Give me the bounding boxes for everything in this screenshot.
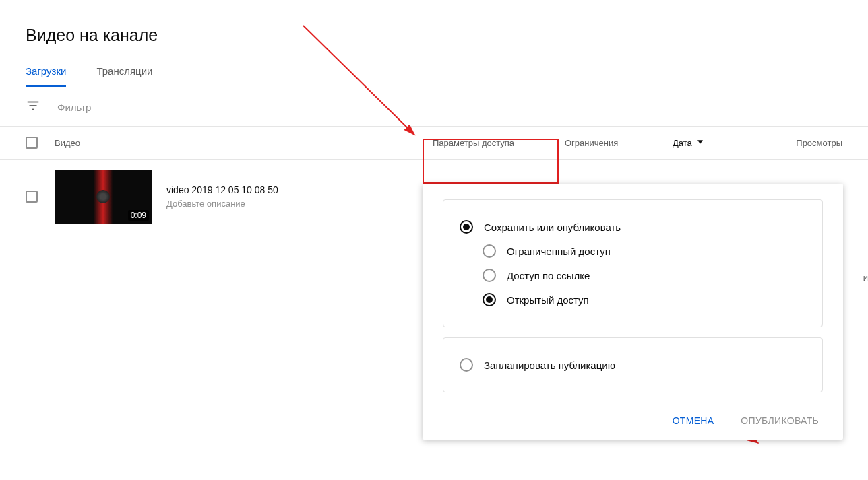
thumbnail-graphic [96,190,110,203]
video-description-placeholder[interactable]: Добавьте описание [166,199,278,209]
radio-save-or-publish[interactable]: Сохранить или опубликовать [460,215,806,239]
column-access[interactable]: Параметры доступа [433,138,514,148]
visibility-section-schedule: Запланировать публикацию [443,337,823,392]
column-views[interactable]: Просмотры [796,138,842,148]
filter-bar [0,88,868,127]
column-date[interactable]: Дата [673,137,706,149]
radio-label-schedule: Запланировать публикацию [484,359,615,371]
video-text-block: video 2019 12 05 10 08 50 Добавьте описа… [166,184,278,209]
radio-unlisted[interactable]: Доступ по ссылке [460,263,806,287]
column-video[interactable]: Видео [55,138,80,148]
tabs: Загрузки Трансляции [0,45,868,88]
tab-live[interactable]: Трансляции [96,65,152,87]
radio-icon [483,293,496,306]
radio-label-save-publish: Сохранить или опубликовать [484,221,621,233]
tab-uploads[interactable]: Загрузки [26,65,66,87]
radio-icon [460,220,473,234]
panel-actions: ОТМЕНА ОПУБЛИКОВАТЬ [423,403,843,440]
page-title: Видео на канале [0,0,868,45]
visibility-dropdown: Сохранить или опубликовать Ограниченный … [423,184,843,440]
column-date-label: Дата [673,138,692,148]
radio-private[interactable]: Ограниченный доступ [460,239,806,263]
radio-label-unlisted: Доступ по ссылке [507,270,590,281]
radio-icon [483,269,496,282]
publish-button[interactable]: ОПУБЛИКОВАТЬ [734,411,826,430]
video-title[interactable]: video 2019 12 05 10 08 50 [166,184,278,195]
radio-label-public: Открытый доступ [507,294,589,306]
duration-badge: 0:09 [128,210,149,221]
radio-icon [483,244,496,258]
radio-icon [460,358,473,372]
video-thumbnail[interactable]: 0:09 [55,170,152,224]
column-restrictions[interactable]: Ограничения [565,138,618,148]
filter-icon[interactable] [26,98,40,116]
radio-schedule[interactable]: Запланировать публикацию [460,353,806,377]
radio-public[interactable]: Открытый доступ [460,287,806,312]
arrow-down-icon [695,137,706,149]
visibility-section-publish: Сохранить или опубликовать Ограниченный … [443,199,823,327]
select-all-checkbox[interactable] [26,137,38,149]
filter-input[interactable] [57,102,185,113]
row-checkbox[interactable] [26,191,38,203]
table-header: Видео Параметры доступа Ограничения Дата… [0,127,868,160]
cancel-button[interactable]: ОТМЕНА [666,411,721,430]
truncated-label: и [863,273,868,283]
radio-label-private: Ограниченный доступ [507,246,611,257]
